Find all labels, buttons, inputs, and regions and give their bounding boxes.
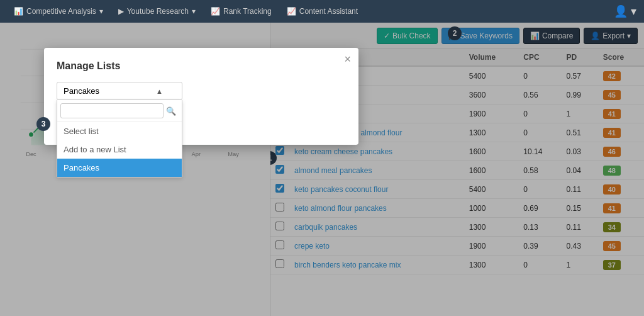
- list-dropdown-selector[interactable]: Pancakes ▲: [57, 82, 182, 100]
- dropdown-pancakes-item[interactable]: Pancakes: [57, 159, 182, 177]
- trending-icon-2: 📈: [287, 7, 296, 16]
- main-area: Dec Jan Feb Mar Apr May 2 ✓ Bulk Check 💾…: [0, 23, 644, 316]
- dropdown-search-row: 🔍: [57, 100, 182, 122]
- list-dropdown-wrapper: Pancakes ▲ 🔍 Select list Add to a new Li…: [57, 82, 346, 100]
- chevron-down-icon: ▾: [99, 7, 103, 16]
- nav-competitive-analysis[interactable]: 📊 Competitive Analysis ▾: [8, 4, 109, 18]
- badge-3: 3: [36, 117, 50, 131]
- dropdown-search-button[interactable]: 🔍: [164, 105, 179, 117]
- dropdown-arrow-icon: ▲: [156, 87, 163, 95]
- nav-content-assistant[interactable]: 📈 Content Assistant: [280, 4, 364, 18]
- nav-rank-tracking[interactable]: 📈 Rank Tracking: [204, 4, 278, 18]
- dropdown-select-list-item[interactable]: Select list: [57, 122, 182, 140]
- play-icon: ▶: [118, 7, 124, 16]
- top-nav: 📊 Competitive Analysis ▾ ▶ Youtube Resea…: [0, 0, 644, 23]
- nav-youtube-research[interactable]: ▶ Youtube Research ▾: [112, 4, 202, 18]
- chevron-down-icon: ▾: [192, 7, 196, 16]
- chart-icon: 📊: [14, 7, 23, 16]
- dropdown-add-new-list-item[interactable]: Add to a new List: [57, 140, 182, 159]
- modal-title: Manage Lists: [57, 60, 346, 72]
- dropdown-menu: 🔍 Select list Add to a new List Pancakes: [57, 100, 182, 178]
- modal-close-x-button[interactable]: ×: [344, 53, 351, 66]
- modal-overlay: Manage Lists × 3 Pancakes ▲ 🔍 S: [0, 23, 644, 316]
- selected-list-label: Pancakes: [64, 86, 99, 96]
- dropdown-search-input[interactable]: [60, 103, 164, 118]
- trending-icon: 📈: [211, 7, 220, 16]
- manage-lists-modal: Manage Lists × 3 Pancakes ▲ 🔍 S: [44, 48, 358, 145]
- user-menu[interactable]: 👤 ▾: [614, 4, 636, 18]
